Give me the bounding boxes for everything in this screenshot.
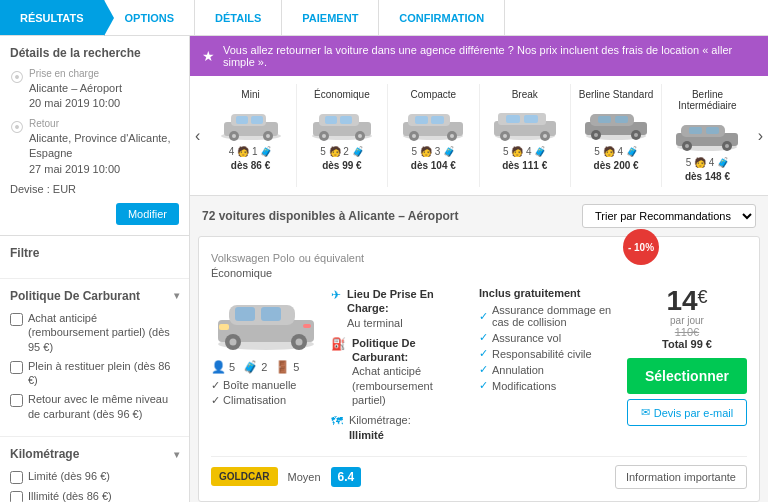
return-date-time: 27 mai 2019 10:00 [29, 162, 179, 177]
mini-car-image [210, 103, 290, 143]
km-checkbox-1[interactable] [10, 471, 23, 484]
email-button[interactable]: ✉ Devis par e-mail [627, 399, 747, 426]
check-icon-2: ✓ [479, 331, 488, 344]
tab-details[interactable]: DÉTAILS [195, 0, 282, 35]
eco-car-image [302, 103, 382, 143]
fuel-detail: ⛽ Politique De Carburant: Achat anticipé… [331, 336, 469, 407]
category-break[interactable]: Break 5 🧑 4 🧳 dès 111 € [480, 84, 571, 187]
svg-rect-52 [689, 127, 702, 134]
tab-options[interactable]: OPTIONS [105, 0, 196, 35]
km-option-1: Limité (dès 96 €) [10, 469, 179, 484]
berline-int-car-image [667, 114, 747, 154]
berline-int-svg [672, 115, 742, 153]
svg-rect-8 [251, 116, 263, 124]
star-icon: ★ [202, 48, 215, 64]
check-icon-4: ✓ [479, 363, 488, 376]
scroll-right-button[interactable]: › [753, 127, 768, 145]
fuel-checkbox-2[interactable] [10, 361, 23, 374]
svg-rect-62 [261, 307, 281, 321]
svg-rect-34 [506, 115, 520, 123]
svg-point-58 [230, 339, 237, 346]
price-total: Total 99 € [662, 338, 712, 350]
car-card-polo: - 10% Volkswagen Polo ou équivalent Écon… [198, 236, 760, 502]
filter-section: Filtre [0, 236, 189, 279]
modify-button[interactable]: Modifier [116, 203, 179, 225]
polo-car-image [211, 287, 321, 352]
rating-label: Moyen [288, 471, 321, 483]
car-features: Boîte manuelle Climatisation [211, 379, 321, 407]
header-tabs: RÉSULTATS OPTIONS DÉTAILS PAIEMENT CONFI… [0, 0, 768, 36]
return-location: Alicante, Province d'Alicante, Espagne [29, 131, 179, 162]
info-banner: ★ Vous allez retourner la voiture dans u… [190, 36, 768, 76]
svg-rect-43 [598, 116, 611, 123]
pickup-date-time: 20 mai 2019 10:00 [29, 96, 122, 111]
svg-point-6 [266, 134, 270, 138]
price-section: 14 € par jour 110€ Total 99 € Sélectionn… [627, 287, 747, 448]
filter-title: Filtre [10, 246, 179, 260]
road-icon: 🗺 [331, 414, 343, 428]
svg-point-40 [594, 133, 598, 137]
fuel-policy-title[interactable]: Politique De Carburant ▾ [10, 289, 179, 303]
included-title: Inclus gratuitement [479, 287, 617, 299]
svg-point-15 [358, 134, 362, 138]
category-berline-standard[interactable]: Berline Standard 5 🧑 4 🧳 [571, 84, 662, 187]
car-details-section: ✈ Lieu De Prise En Charge: Au terminal ⛽… [331, 287, 469, 448]
break-car-svg [490, 104, 560, 142]
pickup-section: ⦿ Prise en charge Alicante – Aéroport 20… [10, 68, 179, 112]
devise-row: Devise : EUR [10, 183, 179, 195]
sort-select[interactable]: Trier par Recommandations Prix croissant… [582, 204, 756, 228]
category-mini[interactable]: Mini 4 🧑 1 🧳 dès 86 € [205, 84, 296, 187]
fuel-checkbox-1[interactable] [10, 313, 23, 326]
svg-point-51 [725, 144, 729, 148]
main-layout: Détails de la recherche ⦿ Prise en charg… [0, 36, 768, 502]
svg-point-33 [543, 134, 547, 138]
svg-rect-29 [498, 113, 546, 125]
search-details-title: Détails de la recherche [10, 46, 179, 60]
svg-rect-64 [303, 324, 311, 328]
bag-icon: 🧳 [243, 360, 258, 374]
category-compacte[interactable]: Compacte 5 🧑 3 🧳 dès 104 [388, 84, 479, 187]
category-economique[interactable]: Économique 5 🧑 2 🧳 dès 99 [297, 84, 388, 187]
plane-icon: ✈ [331, 288, 341, 302]
mini-car-svg [216, 104, 286, 142]
pickup-label: Prise en charge [29, 68, 122, 79]
pin-icon: ⦿ [10, 69, 24, 85]
km-title[interactable]: Kilométrage ▾ [10, 447, 179, 461]
pin-icon-return: ⦿ [10, 119, 24, 135]
included-item-4: ✓ Annulation [479, 363, 617, 376]
tab-paiement[interactable]: PAIEMENT [282, 0, 379, 35]
check-icon-1: ✓ [479, 310, 488, 323]
break-car-image [485, 103, 565, 143]
car-categories: ‹ Mini 4 � [190, 76, 768, 196]
doors-spec: 🚪 5 [275, 360, 299, 374]
results-header: 72 voitures disponibles à Alicante – Aér… [190, 196, 768, 236]
svg-point-49 [685, 144, 689, 148]
fuel-option-1: Achat anticipé (remboursement partiel) (… [10, 311, 179, 354]
price-main: 14 [666, 287, 697, 315]
scroll-left-button[interactable]: ‹ [190, 127, 205, 145]
svg-rect-7 [236, 116, 248, 124]
search-details: Détails de la recherche ⦿ Prise en charg… [0, 36, 189, 236]
svg-point-24 [450, 134, 454, 138]
category-berline-intermediaire[interactable]: Berline Intermédiaire 5 🧑 4 🧳 [662, 84, 752, 187]
tab-resultats[interactable]: RÉSULTATS [0, 0, 105, 35]
select-button[interactable]: Sélectionner [627, 358, 747, 394]
km-checkbox-2[interactable] [10, 491, 23, 502]
chevron-down-icon: ▾ [174, 290, 179, 301]
svg-rect-44 [615, 116, 628, 123]
berline-std-car-image [576, 103, 656, 143]
categories-scroll: Mini 4 🧑 1 🧳 dès 86 € [205, 84, 752, 187]
fuel-policy-section: Politique De Carburant ▾ Achat anticipé … [0, 279, 189, 437]
car-image-section: 👤 5 🧳 2 🚪 5 [211, 287, 321, 448]
important-info-button[interactable]: Information importante [615, 465, 747, 489]
svg-point-42 [634, 133, 638, 137]
svg-rect-16 [325, 116, 337, 124]
tab-confirmation[interactable]: CONFIRMATION [379, 0, 505, 35]
return-label: Retour [29, 118, 179, 129]
km-section: Kilométrage ▾ Limité (dès 96 €) Illimité… [0, 437, 189, 502]
person-icon: 👤 [211, 360, 226, 374]
fuel-option-2: Plein à restituer plein (dès 86 €) [10, 359, 179, 388]
fuel-checkbox-3[interactable] [10, 394, 23, 407]
provider-badge: GOLDCAR [211, 467, 278, 486]
compact-car-image [393, 103, 473, 143]
